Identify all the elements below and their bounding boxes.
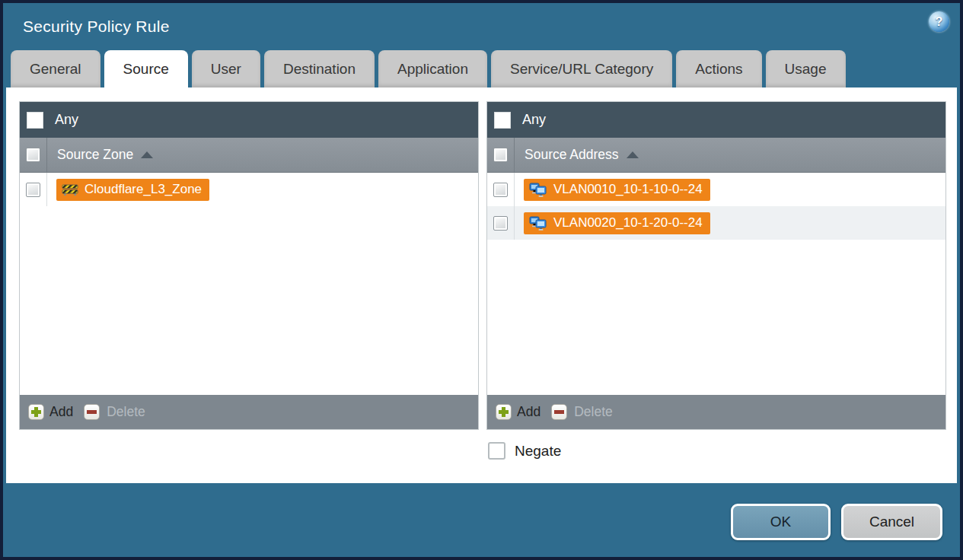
- delete-icon: [551, 404, 567, 420]
- column-header-label: Source Zone: [57, 147, 133, 163]
- column-header[interactable]: Source Zone: [20, 138, 478, 173]
- negate-checkbox[interactable]: [488, 442, 505, 460]
- help-icon[interactable]: ?: [929, 11, 949, 32]
- any-label: Any: [55, 112, 78, 128]
- address-group-icon: [529, 216, 547, 231]
- row-checkbox[interactable]: [493, 216, 508, 231]
- delete-button[interactable]: Delete: [551, 404, 613, 420]
- dialog-actionbar: OK Cancel: [731, 504, 942, 540]
- list-item: Cloudflare_L3_Zone: [20, 173, 478, 206]
- object-tag[interactable]: VLAN0010_10-1-10-0--24: [524, 179, 710, 201]
- any-header: Any: [20, 102, 478, 138]
- panel-footer: Add Delete: [20, 395, 478, 429]
- page-title: Security Policy Rule: [23, 18, 170, 36]
- delete-icon: [84, 404, 100, 420]
- column-header-label: Source Address: [525, 147, 619, 163]
- object-list: Cloudflare_L3_Zone: [20, 173, 478, 395]
- sort-asc-icon: [141, 151, 153, 158]
- row-checkbox[interactable]: [493, 183, 508, 197]
- add-button[interactable]: Add: [28, 404, 73, 420]
- row-checkbox[interactable]: [26, 183, 40, 197]
- tab-actions[interactable]: Actions: [676, 50, 761, 88]
- object-tag[interactable]: VLAN0020_10-1-20-0--24: [524, 212, 710, 234]
- tab-application[interactable]: Application: [378, 50, 487, 88]
- panel-source-zone: Any Source Zone Cloudflare_L3_Zone: [19, 101, 479, 430]
- list-item: VLAN0010_10-1-10-0--24: [487, 173, 945, 206]
- tab-user[interactable]: User: [192, 50, 260, 88]
- add-icon: [496, 404, 512, 420]
- zone-icon: [62, 183, 78, 196]
- tab-service-url-category[interactable]: Service/URL Category: [491, 50, 672, 88]
- tab-general[interactable]: General: [11, 50, 100, 88]
- dialog-content: Any Source Zone Cloudflare_L3_Zone: [6, 88, 957, 483]
- negate-label: Negate: [515, 443, 561, 460]
- tab-bar: GeneralSourceUserDestinationApplicationS…: [3, 50, 960, 88]
- security-policy-rule-dialog: Security Policy Rule ? GeneralSourceUser…: [0, 0, 963, 560]
- tab-source[interactable]: Source: [104, 50, 188, 88]
- cancel-button[interactable]: Cancel: [841, 504, 942, 540]
- address-group-icon: [529, 183, 547, 197]
- negate-row: Negate: [488, 442, 946, 460]
- object-tag[interactable]: Cloudflare_L3_Zone: [56, 179, 209, 201]
- object-list: VLAN0010_10-1-10-0--24 VLAN0020_10-1-20-…: [487, 173, 945, 395]
- any-label: Any: [522, 112, 546, 128]
- add-button[interactable]: Add: [496, 404, 540, 420]
- list-item: VLAN0020_10-1-20-0--24: [487, 206, 945, 240]
- select-all-checkbox[interactable]: [26, 148, 40, 162]
- ok-button[interactable]: OK: [731, 504, 831, 540]
- panel-source-address: Any Source Address VLAN0010_10-1-10-0--2…: [486, 101, 946, 430]
- panel-footer: Add Delete: [487, 395, 945, 429]
- delete-button[interactable]: Delete: [84, 404, 145, 420]
- add-icon: [28, 404, 44, 420]
- dialog-titlebar: Security Policy Rule ?: [3, 3, 960, 50]
- any-checkbox[interactable]: [27, 112, 43, 129]
- any-header: Any: [487, 102, 945, 138]
- sort-asc-icon: [627, 151, 639, 158]
- any-checkbox[interactable]: [494, 112, 511, 129]
- column-header[interactable]: Source Address: [487, 138, 945, 173]
- tab-usage[interactable]: Usage: [766, 50, 846, 88]
- tab-destination[interactable]: Destination: [264, 50, 375, 88]
- select-all-checkbox[interactable]: [493, 148, 508, 162]
